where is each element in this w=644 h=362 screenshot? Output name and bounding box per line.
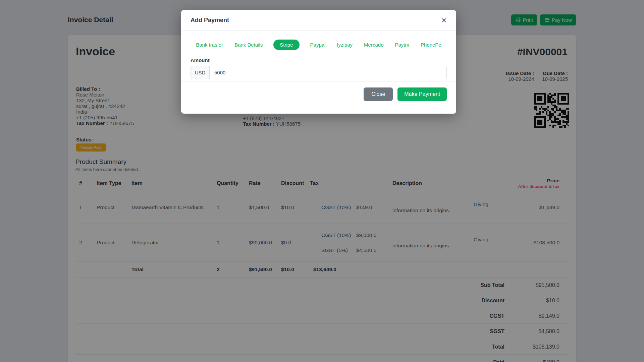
modal-footer: Close Make Payment: [181, 81, 456, 114]
currency-prefix: USD: [191, 66, 209, 79]
modal-header: Add Payment ✕: [181, 10, 456, 31]
close-button[interactable]: Close: [364, 87, 393, 101]
amount-input[interactable]: [209, 66, 447, 79]
tab-mercado[interactable]: Mercado: [363, 40, 384, 50]
payment-method-tabs: Bank trasfer Bank Details Stripe Paypal …: [191, 40, 447, 50]
tab-paypal[interactable]: Paypal: [310, 40, 326, 50]
modal-body: Bank trasfer Bank Details Stripe Paypal …: [181, 31, 456, 81]
amount-label: Amount: [191, 57, 447, 63]
tab-paytm[interactable]: Paytm: [394, 40, 410, 50]
make-payment-button[interactable]: Make Payment: [397, 87, 447, 101]
close-icon[interactable]: ✕: [441, 17, 447, 24]
tab-bank-details[interactable]: Bank Details: [234, 40, 263, 50]
add-payment-modal: Add Payment ✕ Bank trasfer Bank Details …: [181, 10, 456, 114]
tab-iyzipay[interactable]: Iyzipay: [336, 40, 353, 50]
tab-stripe[interactable]: Stripe: [273, 40, 299, 50]
tab-bank-transfer[interactable]: Bank trasfer: [195, 40, 224, 50]
modal-title: Add Payment: [191, 17, 229, 24]
tab-phonepe[interactable]: PhonePe: [420, 40, 442, 50]
amount-input-group: USD: [191, 66, 447, 79]
